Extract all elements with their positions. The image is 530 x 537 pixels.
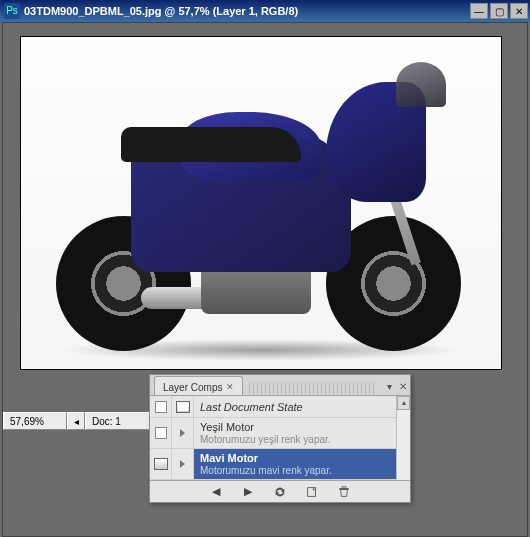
zoom-level[interactable]: 57,69% bbox=[3, 412, 67, 430]
layer-comps-panel: Layer Comps ✕ ▾ ✕ Last Document State Ye… bbox=[149, 374, 411, 503]
minimize-button[interactable]: — bbox=[470, 3, 488, 19]
layer-comp-row[interactable]: Yeşil Motor Motorumuzu yeşil renk yapar. bbox=[150, 418, 396, 449]
update-comp-button[interactable] bbox=[271, 484, 289, 500]
new-comp-button[interactable] bbox=[303, 484, 321, 500]
apply-checkbox[interactable] bbox=[155, 401, 167, 413]
expand-icon[interactable] bbox=[180, 429, 185, 437]
image-content bbox=[21, 37, 501, 369]
panel-grip[interactable] bbox=[249, 383, 376, 395]
layer-comp-row-selected[interactable]: Mavi Motor Motorumuzu mavi renk yapar. bbox=[150, 449, 396, 480]
expand-icon[interactable] bbox=[180, 460, 185, 468]
app-icon: Ps bbox=[4, 3, 20, 19]
tab-label: Layer Comps bbox=[163, 382, 222, 393]
scroll-up-icon[interactable]: ▴ bbox=[397, 396, 410, 410]
next-comp-button[interactable]: ▶ bbox=[239, 484, 257, 500]
applied-icon bbox=[154, 458, 168, 470]
close-button[interactable]: ✕ bbox=[510, 3, 528, 19]
panel-close-icon[interactable]: ✕ bbox=[396, 381, 410, 395]
prev-comp-button[interactable]: ◀ bbox=[207, 484, 225, 500]
svg-rect-0 bbox=[308, 487, 316, 496]
comp-name: Yeşil Motor bbox=[200, 421, 390, 433]
panel-body: Last Document State Yeşil Motor Motorumu… bbox=[150, 396, 396, 480]
document-title: 03TDM900_DPBML_05.jpg @ 57,7% (Layer 1, … bbox=[24, 5, 468, 17]
panel-minimize-icon[interactable]: ▾ bbox=[382, 381, 396, 395]
comp-name: Mavi Motor bbox=[200, 452, 390, 464]
canvas[interactable] bbox=[21, 37, 501, 369]
panel-footer: ◀ ▶ bbox=[150, 480, 410, 502]
window-titlebar: Ps 03TDM900_DPBML_05.jpg @ 57,7% (Layer … bbox=[0, 0, 530, 22]
panel-scrollbar[interactable]: ▴ bbox=[396, 396, 410, 480]
state-icon bbox=[176, 401, 190, 413]
maximize-button[interactable]: ▢ bbox=[490, 3, 508, 19]
comp-description: Motorumuzu yeşil renk yapar. bbox=[200, 434, 390, 445]
close-tab-icon[interactable]: ✕ bbox=[226, 382, 234, 392]
delete-comp-button[interactable] bbox=[335, 484, 353, 500]
comp-description: Motorumuzu mavi renk yapar. bbox=[200, 465, 390, 476]
panel-tab-bar: Layer Comps ✕ ▾ ✕ bbox=[150, 375, 410, 396]
apply-checkbox[interactable] bbox=[155, 427, 167, 439]
last-document-state-row[interactable]: Last Document State bbox=[150, 396, 396, 418]
scroll-left-button[interactable]: ◂ bbox=[67, 412, 85, 430]
tab-layer-comps[interactable]: Layer Comps ✕ bbox=[154, 376, 243, 395]
row-label: Last Document State bbox=[200, 401, 390, 413]
